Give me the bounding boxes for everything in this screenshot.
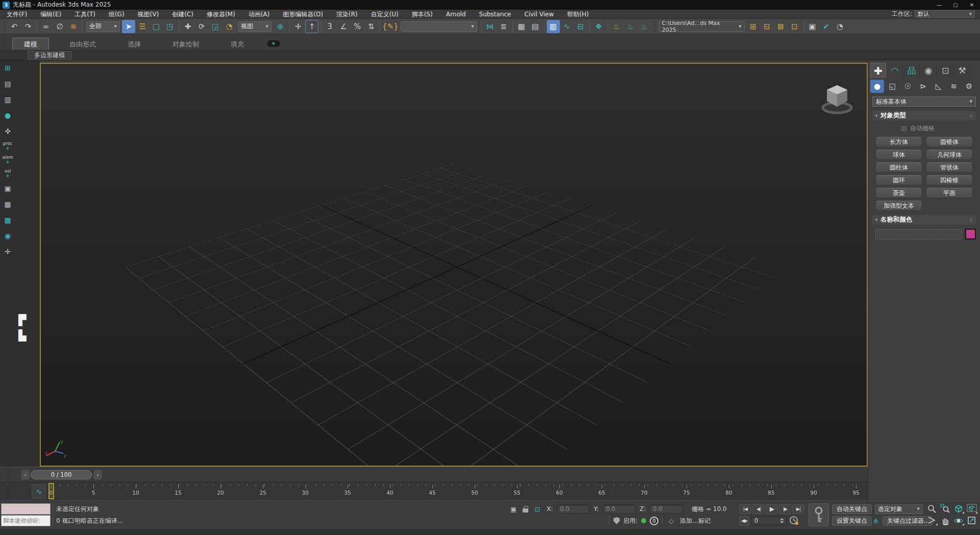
select-and-move-icon[interactable]: ✚ xyxy=(181,20,194,33)
rendered-frame-window-icon[interactable]: ♨ xyxy=(624,20,637,33)
primitive-button[interactable]: 茶壶 xyxy=(875,188,922,198)
x-coordinate-field[interactable]: 0.0 xyxy=(557,505,590,514)
y-coordinate-field[interactable]: 0.0 xyxy=(603,505,635,514)
schematic-view-icon[interactable]: ⊟ xyxy=(574,20,587,33)
track-bar-grip[interactable] xyxy=(7,485,10,498)
ribbon-tab[interactable]: 自由形式 xyxy=(58,38,107,50)
menu-item[interactable]: 编辑(E) xyxy=(34,10,68,19)
select-and-rotate-icon[interactable]: ⟳ xyxy=(195,20,208,33)
tab-modify[interactable]: ◠ xyxy=(887,63,903,78)
go-to-end-button[interactable]: ▶| xyxy=(792,504,804,514)
tab-polygon-modeling[interactable]: 多边形建模 xyxy=(28,51,71,60)
percent-snap-icon[interactable]: % xyxy=(351,20,364,33)
rectangular-selection-region-icon[interactable]: ▢ xyxy=(150,20,163,33)
category-systems-icon[interactable]: ⚙ xyxy=(962,80,976,93)
menu-item[interactable]: 工具(T) xyxy=(68,10,102,19)
primitive-button[interactable]: 平面 xyxy=(926,188,973,198)
autogrid-checkbox[interactable] xyxy=(901,126,907,132)
workspace-dropdown[interactable]: 默认▼ xyxy=(915,10,975,18)
ribbon-grip[interactable] xyxy=(2,37,5,48)
menu-item[interactable]: 自定义(U) xyxy=(364,10,405,19)
ribbon-tab[interactable]: 选择 xyxy=(116,38,152,50)
menu-item[interactable]: 帮助(H) xyxy=(560,10,595,19)
selection-filter-dropdown[interactable]: 全部▼ xyxy=(86,21,120,32)
primitive-button[interactable]: 四棱锥 xyxy=(926,175,973,185)
ribbon-tab[interactable]: 对象绘制 xyxy=(161,38,210,50)
add-marker-label[interactable]: 添加…标记 xyxy=(680,517,710,525)
tab-utilities[interactable]: ⚒ xyxy=(954,63,970,78)
tab-create[interactable]: ✚ xyxy=(870,63,886,78)
dock-pin-icon[interactable]: ✜ xyxy=(2,126,13,137)
object-name-field[interactable] xyxy=(875,229,962,239)
tab-motion[interactable]: ◉ xyxy=(921,63,937,78)
maximize-viewport-toggle-icon[interactable] xyxy=(966,516,978,526)
dock-panel-icon[interactable]: ▦ xyxy=(2,199,13,210)
zoom-all-icon[interactable] xyxy=(939,504,951,514)
primitive-button[interactable]: 几何球体 xyxy=(926,150,973,160)
select-and-manipulate-icon[interactable]: ✛ xyxy=(291,20,305,33)
project-folder-dropdown[interactable]: C:\Users\Ad…ds Max 2025▼ xyxy=(659,21,745,32)
key-mode-toggle[interactable]: ◀▶ xyxy=(739,516,749,526)
shield-icon[interactable] xyxy=(614,517,620,524)
select-by-name-icon[interactable]: ☰ xyxy=(136,20,149,33)
layer-explorer-toggle-icon[interactable]: ▤ xyxy=(529,20,542,33)
dock-flyout-icon-2[interactable]: ▙ xyxy=(18,330,26,341)
curve-editor-icon[interactable]: ∿ xyxy=(560,20,574,33)
named-selection-dropdown[interactable]: ▼ xyxy=(401,21,477,32)
select-and-scale-icon[interactable]: ◲ xyxy=(209,20,222,33)
container-icon-1[interactable]: ⊞ xyxy=(747,20,760,33)
keyboard-shortcut-override-icon[interactable]: ↑ xyxy=(305,20,318,33)
select-and-place-icon[interactable]: ◔ xyxy=(223,20,236,33)
tab-display[interactable]: ⊡ xyxy=(938,63,953,78)
toolbar-grip[interactable] xyxy=(653,20,655,33)
mute-count-badge[interactable]: 0 xyxy=(650,517,658,525)
primitive-button[interactable]: 圆环 xyxy=(875,175,922,185)
transform-type-in-icon[interactable]: ⊡ xyxy=(532,504,543,514)
primitive-button[interactable]: 长方体 xyxy=(875,137,922,147)
window-crossing-icon[interactable]: ◳ xyxy=(163,20,177,33)
z-coordinate-field[interactable]: 0.0 xyxy=(650,505,682,514)
dock-document-icon-2[interactable]: ▥ xyxy=(2,94,13,105)
maximize-button[interactable]: ▢ xyxy=(947,0,964,10)
align-icon[interactable]: ≣ xyxy=(497,20,510,33)
menu-item[interactable]: 文件(F) xyxy=(0,10,34,19)
object-color-swatch[interactable] xyxy=(965,229,976,239)
ribbon-minimize-button[interactable]: ▼ xyxy=(267,40,280,47)
check-circle-icon[interactable]: ✔ xyxy=(820,20,833,33)
tab-hierarchy[interactable]: 品 xyxy=(904,63,920,78)
selection-lock-icon[interactable] xyxy=(523,508,528,513)
current-frame-field[interactable]: 0 xyxy=(751,516,787,525)
zoom-extents-all-icon[interactable] xyxy=(966,504,978,514)
container-icon-2[interactable]: ⊟ xyxy=(761,20,774,33)
dock-document-icon-1[interactable]: ▤ xyxy=(2,78,13,89)
set-keys-button[interactable] xyxy=(808,503,829,526)
time-slider-handle[interactable]: 0 / 100 xyxy=(31,470,92,479)
previous-frame-arrow[interactable]: ‹ xyxy=(21,470,29,479)
close-button[interactable]: ✕ xyxy=(964,0,980,10)
time-configuration-icon[interactable] xyxy=(789,516,799,526)
use-pivot-center-icon[interactable]: ⊕ xyxy=(274,20,287,33)
menu-item[interactable]: 视图(V) xyxy=(131,10,166,19)
menu-item[interactable]: Substance xyxy=(473,10,518,19)
play-button[interactable]: ▶ xyxy=(766,504,778,514)
container-icon-3[interactable]: ⊠ xyxy=(774,20,788,33)
menu-item[interactable]: 渲染(R) xyxy=(330,10,364,19)
toolbar-grip[interactable] xyxy=(3,20,6,33)
selection-set-dropdown[interactable]: 选定对象▼ xyxy=(875,504,923,514)
dock-cube-icon[interactable]: ▣ xyxy=(2,183,13,194)
menu-item[interactable]: 脚本(S) xyxy=(405,10,439,19)
scene-explorer-toggle-icon[interactable]: ▦ xyxy=(515,20,528,33)
ribbon-tab[interactable]: 建模 xyxy=(12,38,49,50)
category-shapes-icon[interactable]: ◱ xyxy=(886,80,899,93)
menu-item[interactable]: Civil View xyxy=(518,10,560,19)
material-editor-icon[interactable]: ❖ xyxy=(592,20,605,33)
category-space-warps-icon[interactable]: ≋ xyxy=(947,80,961,93)
menu-item[interactable]: 动画(A) xyxy=(242,10,277,19)
spinner-snap-icon[interactable]: ⇅ xyxy=(364,20,378,33)
time-slider-grip[interactable] xyxy=(7,469,10,481)
default-in-out-tangents-icon[interactable]: ⋔ xyxy=(871,516,881,525)
minimize-button[interactable]: — xyxy=(931,0,947,10)
render-production-icon[interactable]: ♨ xyxy=(638,20,651,33)
ribbon-toggle-icon[interactable]: ▥ xyxy=(547,20,560,33)
field-of-view-icon[interactable] xyxy=(926,516,938,526)
